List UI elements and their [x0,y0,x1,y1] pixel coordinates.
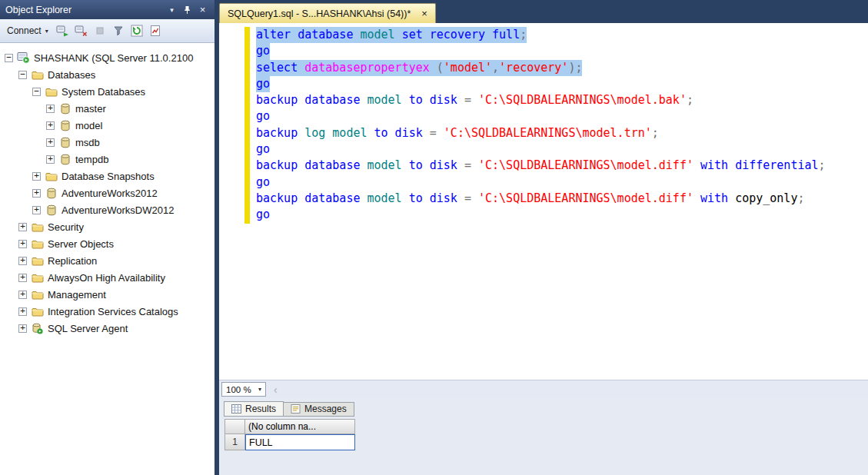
document-tab-well: SQLQuery1.sql - S...HASHANK\Ahsi (54))* … [215,0,868,23]
scroll-left-icon[interactable]: ‹ [274,384,278,395]
connect-button[interactable]: Connect ▾ [3,23,54,38]
refresh-icon[interactable] [128,23,146,39]
tree-item-label: Replication [48,255,97,267]
tree-item-shashank-sql-server-11-0-2100[interactable]: −SHASHANK (SQL Server 11.0.2100 [0,49,215,66]
expand-icon[interactable]: + [32,206,41,214]
selected-code-text: alter database model set recovery full; [256,27,527,43]
tree-item-label: msdb [75,137,100,148]
object-explorer-tree[interactable]: −SHASHANK (SQL Server 11.0.2100−Database… [0,43,215,475]
code-line-1: alter database model set recovery full; [256,27,826,43]
expand-icon[interactable]: + [18,223,27,231]
tree-item-label: AdventureWorks2012 [62,188,158,199]
filter-icon[interactable] [110,23,128,39]
tree-item-security[interactable]: +Security [0,218,215,235]
expand-icon[interactable]: + [46,155,55,164]
grid-column-header[interactable]: (No column na... [245,419,355,434]
tab-sqlquery1[interactable]: SQLQuery1.sql - S...HASHANK\Ahsi (54))* … [219,3,436,23]
expand-icon[interactable]: + [18,240,27,248]
tree-item-integration-services-catalogs[interactable]: +Integration Services Catalogs [0,303,215,320]
tab-results[interactable]: Results [224,401,284,417]
folder-icon [31,305,44,317]
expand-icon[interactable]: + [32,189,41,198]
code-text: go [256,108,270,125]
collapse-icon[interactable]: − [5,54,13,62]
collapse-icon[interactable]: − [18,71,27,79]
results-grid: (No column na... 1FULL [224,419,868,450]
expand-icon[interactable]: + [18,274,27,282]
connect-icon[interactable] [55,23,72,39]
expand-icon[interactable]: + [32,172,41,181]
expand-icon[interactable]: + [46,138,55,147]
collapse-icon[interactable]: − [32,88,41,96]
object-explorer-panel: Object Explorer ▾ × Connect ▾ −SHASHANK … [0,0,215,475]
tree-item-tempdb[interactable]: +tempdb [0,151,215,168]
grid-row-header[interactable]: 1 [224,434,245,450]
code-area[interactable]: alter database model set recovery full;g… [256,27,826,224]
tree-item-sql-server-agent[interactable]: +SQL Server Agent [0,320,215,337]
panel-title: Object Explorer [5,5,72,15]
expand-icon[interactable]: + [46,121,55,130]
tree-item-label: Database Snapshots [62,171,155,182]
database-icon [58,136,72,148]
expand-icon[interactable]: + [46,105,55,113]
expand-icon[interactable]: + [18,324,27,333]
tree-item-label: tempdb [75,154,108,165]
expand-icon[interactable]: + [18,257,27,265]
stop-icon[interactable] [91,23,109,39]
code-line-5: backup database model to disk = 'C:\SQLD… [256,92,826,108]
tree-item-label: AdventureWorksDW2012 [62,204,174,216]
sql-editor[interactable]: alter database model set recovery full;g… [219,23,868,380]
results-tabbar: ResultsMessages [219,398,868,417]
tree-item-system-databases[interactable]: −System Databases [0,83,215,100]
tree-item-model[interactable]: +model [0,117,215,134]
activity-icon[interactable] [147,23,165,39]
zoom-select[interactable]: 100 % ▾ [221,382,266,397]
tree-item-server-objects[interactable]: +Server Objects [0,235,215,252]
grid-corner-cell[interactable] [224,419,245,434]
tree-item-database-snapshots[interactable]: +Database Snapshots [0,168,215,184]
code-text: go [256,141,270,158]
code-line-2: go [256,43,826,59]
tab-close-icon[interactable]: × [421,8,427,19]
tree-item-label: Integration Services Catalogs [48,306,178,317]
close-icon[interactable]: × [196,4,209,16]
code-line-11: backup database model to disk = 'C:\SQLD… [256,191,826,207]
expand-icon[interactable]: + [18,291,27,299]
folder-icon [31,221,44,233]
connect-button-label: Connect [7,25,42,36]
pin-icon[interactable] [181,4,194,16]
tab-messages[interactable]: Messages [284,402,354,417]
code-text: go [256,207,270,223]
tree-item-replication[interactable]: +Replication [0,252,215,269]
folder-icon [31,68,44,81]
disconnect-icon[interactable] [73,23,91,39]
editor-bottom-bar: 100 % ▾ ‹ [219,380,868,398]
folder-icon [31,271,44,284]
grid-cell[interactable]: FULL [245,434,355,450]
window-position-icon[interactable]: ▾ [165,4,178,16]
code-text: backup log model to disk = 'C:\SQLDBALEA… [256,125,659,141]
tree-item-adventureworks2012[interactable]: +AdventureWorks2012 [0,184,215,201]
code-text: backup database model to disk = 'C:\SQLD… [256,92,693,108]
results-pane: ResultsMessages (No column na... 1FULL [219,398,868,475]
tree-item-master[interactable]: +master [0,100,215,117]
messages-icon [291,404,301,414]
database-icon [45,187,58,199]
code-text: backup database model to disk = 'C:\SQLD… [256,191,804,207]
folder-icon [31,288,44,301]
code-line-3: select databasepropertyex ('model','reco… [256,60,826,76]
tree-item-databases[interactable]: −Databases [0,66,215,83]
tree-item-msdb[interactable]: +msdb [0,134,215,151]
tree-item-label: System Databases [62,86,145,98]
expand-icon[interactable]: + [18,307,27,316]
tree-item-alwayson-high-availability[interactable]: +AlwaysOn High Availability [0,269,215,286]
object-explorer-toolbar: Connect ▾ [0,19,215,43]
database-icon [58,153,72,165]
tab-title: SQLQuery1.sql - S...HASHANK\Ahsi (54))* [228,8,411,19]
zoom-value: 100 % [222,385,254,394]
tree-item-management[interactable]: +Management [0,286,215,303]
code-line-9: backup database model to disk = 'C:\SQLD… [256,158,826,174]
tree-item-adventureworksdw2012[interactable]: +AdventureWorksDW2012 [0,201,215,218]
tree-item-label: SHASHANK (SQL Server 11.0.2100 [34,52,193,64]
folder-icon [45,85,58,98]
